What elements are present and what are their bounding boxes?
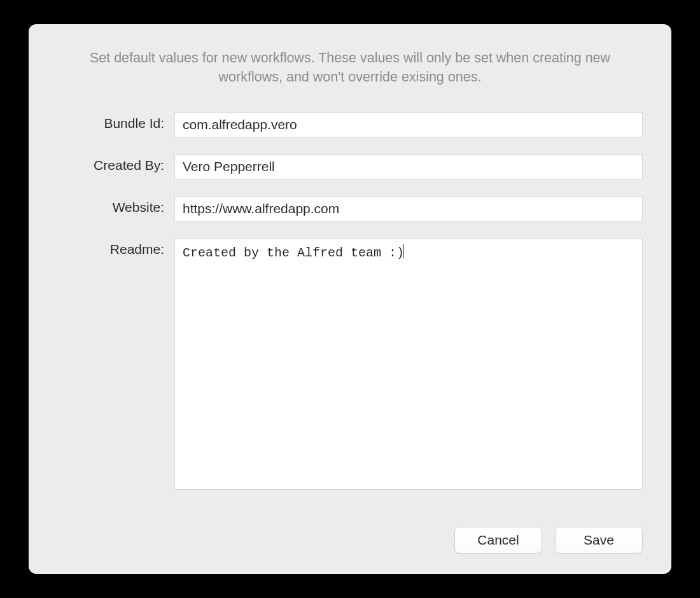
row-readme: Readme: Created by the Alfred team :) bbox=[57, 238, 643, 492]
cancel-button[interactable]: Cancel bbox=[454, 527, 542, 553]
label-website: Website: bbox=[57, 196, 164, 215]
row-created-by: Created By: bbox=[57, 154, 643, 179]
label-created-by: Created By: bbox=[57, 154, 164, 173]
save-button[interactable]: Save bbox=[555, 527, 643, 553]
input-bundle-id[interactable] bbox=[174, 112, 643, 137]
input-readme[interactable] bbox=[174, 238, 643, 490]
workflow-defaults-dialog: Set default values for new workflows. Th… bbox=[29, 24, 671, 574]
label-readme: Readme: bbox=[57, 238, 164, 257]
row-website: Website: bbox=[57, 196, 643, 221]
input-website[interactable] bbox=[174, 196, 643, 221]
label-bundle-id: Bundle Id: bbox=[57, 112, 164, 131]
row-bundle-id: Bundle Id: bbox=[57, 112, 643, 137]
textarea-wrapper: Created by the Alfred team :) bbox=[174, 238, 643, 492]
input-created-by[interactable] bbox=[174, 154, 643, 179]
form-area: Bundle Id: Created By: Website: Readme: … bbox=[57, 112, 643, 501]
dialog-description: Set default values for new workflows. Th… bbox=[57, 48, 643, 87]
button-row: Cancel Save bbox=[57, 527, 643, 553]
